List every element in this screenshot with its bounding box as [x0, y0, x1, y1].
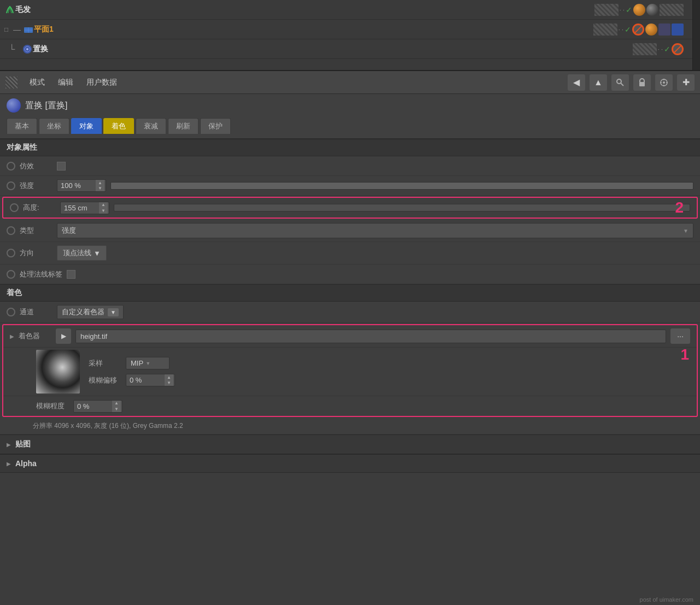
tab-falloff[interactable]: 衰减: [136, 118, 166, 134]
height-label: 高度:: [23, 203, 56, 213]
displace-icon: [22, 44, 33, 55]
height-up[interactable]: ▲: [99, 202, 108, 208]
tab-protect[interactable]: 保护: [200, 118, 231, 134]
height-spinbox[interactable]: 155 cm ▲ ▼: [60, 202, 109, 214]
tab-object[interactable]: 对象: [71, 118, 102, 134]
list-scrollbar[interactable]: [692, 0, 700, 70]
plane-photo[interactable]: [658, 24, 670, 36]
height-slider[interactable]: [114, 204, 690, 212]
sampling-dropdown[interactable]: MIP ▼: [126, 357, 170, 369]
plane-label: 平面1: [34, 25, 54, 34]
strength-radio[interactable]: [7, 181, 15, 190]
height-input[interactable]: 155 cm: [61, 202, 99, 214]
fur-sphere-icon[interactable]: [633, 4, 645, 16]
object-row-plane[interactable]: □ — 平面1 · · ✓: [0, 20, 700, 39]
strength-label: 强度: [20, 181, 52, 191]
strength-slider[interactable]: [110, 182, 693, 190]
shader-label: 着色器: [19, 331, 51, 341]
strength-input[interactable]: 100 %: [57, 180, 96, 191]
type-dropdown[interactable]: 强度 ▼: [57, 223, 693, 238]
height-pink-box: 高度: 155 cm ▲ ▼: [2, 197, 698, 219]
svg-point-5: [26, 48, 28, 50]
channel-dropdown[interactable]: 自定义着色器 ▼: [57, 305, 124, 319]
height-down[interactable]: ▼: [99, 208, 108, 214]
blur-offset-row: 模糊偏移 0 % ▲ ▼: [89, 374, 175, 386]
object-row-fur[interactable]: 毛发 · · ✓: [0, 0, 700, 20]
faking-radio[interactable]: [7, 162, 15, 171]
strength-down[interactable]: ▼: [96, 186, 104, 192]
object-row-displace[interactable]: └ 置换 · · ✓: [0, 39, 700, 59]
type-radio[interactable]: [7, 226, 15, 235]
channel-row: 通道 自定义着色器 ▼: [0, 302, 700, 323]
search-btn[interactable]: [611, 74, 629, 91]
shader-play-btn[interactable]: ▶: [56, 328, 71, 344]
texture-section-header[interactable]: ▶ 贴图: [0, 434, 700, 454]
normal-tag-row: 处理法线标签: [0, 265, 700, 284]
blur-degree-up[interactable]: ▲: [112, 401, 121, 407]
direction-dropdown[interactable]: 顶点法线 ▼: [57, 245, 107, 261]
menu-bar: 模式 编辑 用户数据 ◀ ▲: [0, 71, 700, 94]
strength-spinbox[interactable]: 100 % ▲ ▼: [57, 179, 106, 192]
menu-edit[interactable]: 编辑: [52, 75, 79, 90]
shader-collapse-arrow[interactable]: ▶: [10, 333, 14, 339]
fur-right-icons: · · ✓: [594, 4, 684, 16]
svg-point-10: [663, 81, 665, 84]
plus-btn[interactable]: ✚: [677, 74, 695, 91]
faking-checkbox[interactable]: [57, 162, 66, 171]
blur-offset-spinbox[interactable]: 0 % ▲ ▼: [126, 374, 175, 386]
app-container: 思路设计论坛 www.photovip.com 毛发 · · ✓: [0, 0, 700, 605]
alpha-collapse-arrow: ▶: [7, 461, 11, 467]
blur-offset-input[interactable]: 0 %: [126, 374, 165, 386]
type-label: 类型: [20, 226, 52, 236]
object-properties-header: 对象属性: [0, 139, 700, 156]
fur-label: 毛发: [15, 5, 31, 15]
direction-radio[interactable]: [7, 249, 15, 257]
fur-icon: [4, 4, 15, 15]
grid-pattern-icon: [5, 77, 18, 89]
tab-refresh[interactable]: 刷新: [168, 118, 199, 134]
lock-btn[interactable]: [633, 74, 651, 91]
normal-tag-radio[interactable]: [7, 270, 15, 279]
target-btn[interactable]: [655, 74, 673, 91]
displace-sphere-icon: [7, 98, 21, 113]
shader-filename: height.tif: [75, 330, 666, 343]
channel-dropdown-btn[interactable]: ▼: [108, 308, 119, 316]
fur-dark-ball[interactable]: [646, 4, 658, 16]
shader-more-btn[interactable]: ···: [670, 328, 690, 344]
blur-offset-down[interactable]: ▼: [165, 380, 173, 386]
object-title: 置换 [置换]: [25, 100, 67, 111]
normal-tag-checkbox[interactable]: [67, 270, 75, 279]
shader-pink-box: ▶ 着色器 ▶ height.tif ··· 采样 MIP: [2, 324, 698, 417]
blur-degree-down[interactable]: ▼: [112, 406, 121, 412]
blur-offset-up[interactable]: ▲: [165, 374, 173, 380]
plane-no-sign[interactable]: [632, 24, 644, 36]
object-list-panel: 毛发 · · ✓ □ —: [0, 0, 700, 71]
alpha-section-header[interactable]: ▶ Alpha: [0, 454, 700, 473]
plane-sphere[interactable]: [645, 24, 657, 36]
resolution-text: 分辨率 4096 x 4096, 灰度 (16 位), Grey Gamma 2…: [0, 418, 700, 434]
menu-mode[interactable]: 模式: [24, 75, 50, 90]
object-properties-section: 对象属性 仿效 强度 100 % ▲ ▼: [0, 139, 700, 284]
displace-no-sign[interactable]: [672, 43, 684, 55]
sampling-row: 采样 MIP ▼: [89, 357, 175, 369]
height-container: 高度: 155 cm ▲ ▼ 2: [0, 197, 700, 219]
tab-basic[interactable]: 基本: [7, 118, 37, 134]
plane-right-icons: · · ✓: [593, 24, 684, 36]
arrow-left-btn[interactable]: ◀: [568, 74, 585, 91]
height-radio[interactable]: [10, 203, 19, 212]
tab-coords[interactable]: 坐标: [39, 118, 69, 134]
plane-blue-grid[interactable]: [672, 24, 684, 36]
blur-degree-input[interactable]: 0 %: [74, 401, 112, 412]
texture-label: 贴图: [15, 439, 31, 449]
fur-texture-strip2: [660, 4, 684, 16]
blur-degree-spinbox[interactable]: 0 % ▲ ▼: [73, 400, 122, 413]
tab-shading[interactable]: 着色: [103, 118, 134, 134]
menu-bar-left: 模式 编辑 用户数据: [5, 75, 567, 90]
svg-line-7: [621, 83, 623, 86]
menu-userdata[interactable]: 用户数据: [81, 75, 122, 90]
channel-value: 自定义着色器: [62, 307, 104, 317]
channel-radio[interactable]: [7, 308, 15, 316]
blur-offset-label: 模糊偏移: [89, 375, 121, 385]
strength-up[interactable]: ▲: [96, 180, 104, 186]
arrow-up-btn[interactable]: ▲: [590, 74, 607, 91]
